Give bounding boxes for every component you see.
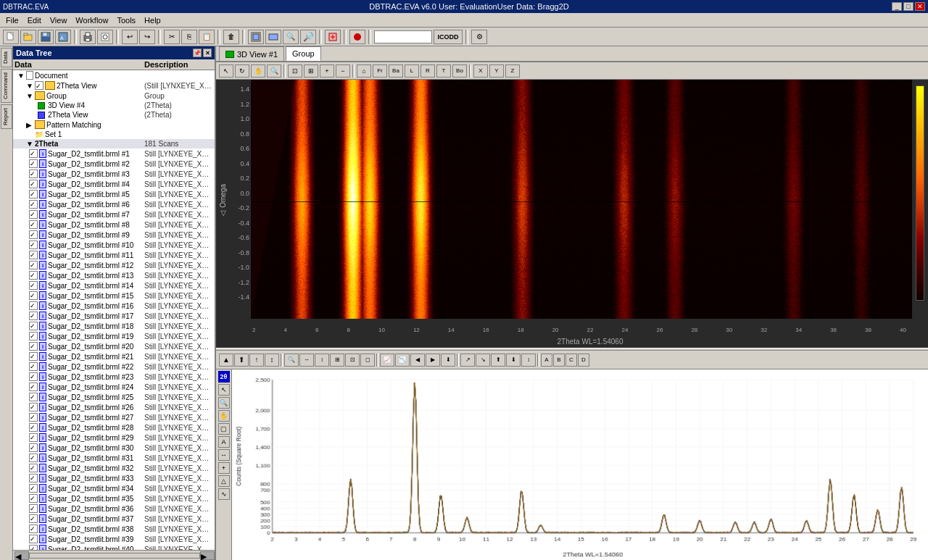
side-tab-data[interactable]: Data: [1, 48, 12, 67]
chart-btn1[interactable]: ▲: [219, 354, 233, 367]
chart-btn8[interactable]: ⊞: [330, 354, 344, 367]
chart-btn4[interactable]: ↕: [265, 354, 279, 367]
chart-btn6[interactable]: ↔: [299, 354, 314, 367]
vt-fitall[interactable]: ⊞: [304, 64, 318, 78]
side-tab-report[interactable]: Report: [1, 104, 12, 129]
tree-scan-item[interactable]: ✓ i Sugar_D2_tsmtlit.brml #29 Still [LYN…: [13, 432, 215, 443]
tree-scan-item[interactable]: ✓ i Sugar_D2_tsmtlit.brml #8 Still [LYNX…: [13, 220, 215, 230]
tree-scan-item[interactable]: ✓ i Sugar_D2_tsmtlit.brml #18 Still [LYN…: [13, 321, 215, 331]
vt-extra2[interactable]: Y: [489, 64, 504, 78]
tree-scan-item[interactable]: ✓ i Sugar_D2_tsmtlit.brml #31 Still [LYN…: [13, 453, 215, 463]
fit-width-button[interactable]: [265, 30, 281, 44]
btn7[interactable]: [325, 30, 341, 44]
tree-scan-item[interactable]: ✓ i Sugar_D2_tsmtlit.brml #16 Still [LYN…: [13, 301, 215, 311]
print-preview-button[interactable]: [97, 30, 113, 44]
tree-scan-item[interactable]: ✓ i Sugar_D2_tsmtlit.brml #23 Still [LYN…: [13, 372, 215, 382]
tree-scan-item[interactable]: ✓ i Sugar_D2_tsmtlit.brml #5 Still [LYNX…: [13, 189, 215, 199]
vt-rotate[interactable]: ↻: [235, 64, 249, 78]
tool-2theta[interactable]: 2θ: [218, 371, 230, 383]
chart-btn19[interactable]: ⬇: [506, 354, 521, 367]
delete-button[interactable]: 🗑: [223, 30, 239, 44]
chart-btn24[interactable]: D: [578, 354, 589, 367]
expand-icon[interactable]: ▼: [17, 72, 26, 80]
maximize-button[interactable]: □: [903, 2, 914, 11]
cb1[interactable]: ✓: [35, 81, 44, 90]
menu-edit[interactable]: Edit: [23, 14, 46, 26]
chart-btn14[interactable]: ▶: [426, 354, 440, 367]
paste-button[interactable]: 📋: [199, 30, 215, 44]
record-button[interactable]: [349, 30, 365, 44]
scroll-left[interactable]: ◀: [14, 551, 29, 560]
panel-controls[interactable]: 📌 ✕: [193, 49, 212, 57]
horizontal-scrollbar[interactable]: ◀ ▶: [13, 550, 215, 560]
zoom-out-button[interactable]: 🔎: [300, 30, 316, 44]
tree-scan-item[interactable]: ✓ i Sugar_D2_tsmtlit.brml #37 Still [LYN…: [13, 514, 215, 524]
chart-btn20[interactable]: ↕: [521, 354, 536, 367]
tree-scan-item[interactable]: ✓ i Sugar_D2_tsmtlit.brml #1 Still [LYNX…: [13, 149, 215, 159]
tree-scan-item[interactable]: ✓ i Sugar_D2_tsmtlit.brml #12 Still [LYN…: [13, 260, 215, 270]
vt-fit[interactable]: ⊡: [288, 64, 302, 78]
tree-scan-item[interactable]: ✓ i Sugar_D2_tsmtlit.brml #22 Still [LYN…: [13, 362, 215, 372]
tree-scan-item[interactable]: ✓ i Sugar_D2_tsmtlit.brml #2 Still [LYNX…: [13, 159, 215, 169]
tree-scan-item[interactable]: ✓ i Sugar_D2_tsmtlit.brml #25 Still [LYN…: [13, 392, 215, 402]
chart-btn13[interactable]: ◀: [410, 354, 425, 367]
print-button[interactable]: [80, 30, 96, 44]
icodd-button[interactable]: ICODD: [434, 30, 463, 44]
menu-file[interactable]: File: [1, 14, 23, 26]
chart-btn11[interactable]: 📈: [380, 354, 394, 367]
tool-background[interactable]: ∿: [218, 488, 230, 500]
menu-help[interactable]: Help: [140, 14, 165, 26]
tool-select[interactable]: ▢: [218, 423, 230, 435]
vt-home[interactable]: ⌂: [357, 64, 371, 78]
tree-scan-item[interactable]: ✓ i Sugar_D2_tsmtlit.brml #36 Still [LYN…: [13, 503, 215, 514]
tree-scan-item[interactable]: ✓ i Sugar_D2_tsmtlit.brml #15 Still [LYN…: [13, 291, 215, 301]
tool-annotation[interactable]: A: [218, 436, 230, 448]
tree-scan-item[interactable]: ✓ i Sugar_D2_tsmtlit.brml #32 Still [LYN…: [13, 463, 215, 473]
tree-2theta-header[interactable]: ▼ 2Theta 181 Scans: [13, 139, 215, 149]
tree-scan-item[interactable]: ✓ i Sugar_D2_tsmtlit.brml #14 Still [LYN…: [13, 280, 215, 291]
tool-measure[interactable]: ↔: [218, 449, 230, 461]
tree-scan-item[interactable]: ✓ i Sugar_D2_tsmtlit.brml #20 Still [LYN…: [13, 341, 215, 351]
tree-group[interactable]: ▼ Group Group: [13, 91, 215, 101]
tree-document[interactable]: ▼ Document: [13, 70, 215, 80]
chart-btn23[interactable]: C: [566, 354, 577, 367]
tree-scan-item[interactable]: ✓ i Sugar_D2_tsmtlit.brml #21 Still [LYN…: [13, 351, 215, 362]
tree-scan-item[interactable]: ✓ i Sugar_D2_tsmtlit.brml #26 Still [LYN…: [13, 402, 215, 412]
menu-tools[interactable]: Tools: [112, 14, 140, 26]
vt-pointer[interactable]: ↖: [219, 64, 233, 78]
zoom-in-button[interactable]: 🔍: [283, 30, 299, 44]
tree-scan-item[interactable]: ✓ i Sugar_D2_tsmtlit.brml #34 Still [LYN…: [13, 483, 215, 493]
chart-btn9[interactable]: ⊡: [345, 354, 360, 367]
tool-peak[interactable]: △: [218, 475, 230, 487]
chart-btn2[interactable]: ⬆: [234, 354, 249, 367]
tool-pan2[interactable]: ✋: [218, 410, 230, 422]
tree-set1[interactable]: 📁 Set 1: [13, 130, 215, 139]
tree-scan-item[interactable]: ✓ i Sugar_D2_tsmtlit.brml #33 Still [LYN…: [13, 473, 215, 483]
tab-group[interactable]: Group: [286, 46, 321, 61]
tree-scan-item[interactable]: ✓ i Sugar_D2_tsmtlit.brml #10 Still [LYN…: [13, 240, 215, 250]
vt-top[interactable]: T: [436, 64, 451, 78]
vt-extra3[interactable]: Z: [505, 64, 520, 78]
undo-button[interactable]: ↩: [122, 30, 138, 44]
expand-icon3[interactable]: ▼: [26, 92, 35, 100]
tree-pattern-matching[interactable]: ▶ Pattern Matching: [13, 120, 215, 130]
tree-scan-item[interactable]: ✓ i Sugar_D2_tsmtlit.brml #3 Still [LYNX…: [13, 169, 215, 179]
fit-button[interactable]: [248, 30, 264, 44]
tree-3dview[interactable]: 3D View #4 (2Theta): [13, 101, 215, 110]
minimize-button[interactable]: _: [892, 2, 902, 11]
tree-scan-item[interactable]: ✓ i Sugar_D2_tsmtlit.brml #38 Still [LYN…: [13, 524, 215, 534]
new-button[interactable]: [3, 30, 19, 44]
tree-scan-item[interactable]: ✓ i Sugar_D2_tsmtlit.brml #7 Still [LYNX…: [13, 209, 215, 220]
expand-pm[interactable]: ▶: [26, 121, 35, 129]
vt-right[interactable]: R: [420, 64, 435, 78]
tool-cursor[interactable]: ↖: [218, 384, 230, 396]
tree-scan-item[interactable]: ✓ i Sugar_D2_tsmtlit.brml #27 Still [LYN…: [13, 412, 215, 422]
tree-scan-item[interactable]: ✓ i Sugar_D2_tsmtlit.brml #39 Still [LYN…: [13, 534, 215, 544]
tree-2thetasub[interactable]: 2Theta View (2Theta): [13, 110, 215, 120]
copy-button[interactable]: ⎘: [181, 30, 197, 44]
tree-scan-item[interactable]: ✓ i Sugar_D2_tsmtlit.brml #13 Still [LYN…: [13, 270, 215, 280]
vt-back[interactable]: Ba: [389, 64, 403, 78]
vt-bottom[interactable]: Bo: [452, 64, 467, 78]
tree-scan-item[interactable]: ✓ i Sugar_D2_tsmtlit.brml #35 Still [LYN…: [13, 493, 215, 503]
chart-btn12[interactable]: 📉: [395, 354, 410, 367]
